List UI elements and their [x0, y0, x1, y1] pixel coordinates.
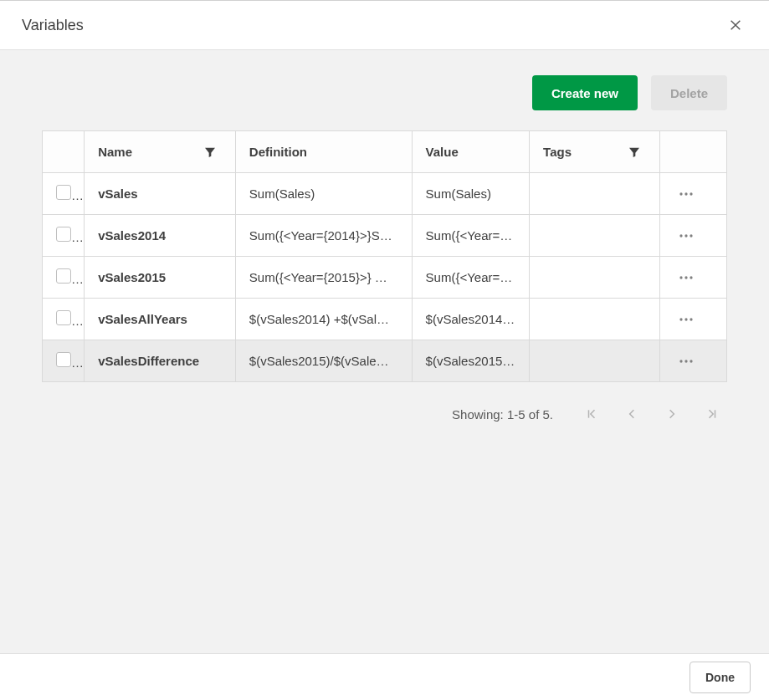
chevron-left-icon	[626, 408, 638, 420]
row-checkbox[interactable]	[56, 185, 71, 200]
variables-modal: Variables Create new Delete Name	[0, 0, 769, 700]
svg-point-7	[690, 234, 692, 237]
row-name: vSalesAllYears	[85, 299, 236, 340]
row-tags	[530, 173, 660, 215]
row-tags	[530, 215, 660, 257]
row-name: vSalesDifference	[85, 340, 236, 382]
svg-point-3	[684, 192, 687, 195]
pager-last-button[interactable]	[702, 404, 722, 424]
more-icon	[679, 233, 694, 238]
pager-showing-text: Showing: 1-5 of 5.	[452, 407, 553, 422]
header-definition[interactable]: Definition	[235, 131, 412, 173]
row-tags	[530, 299, 660, 340]
close-button[interactable]	[724, 13, 747, 37]
modal-header: Variables	[0, 0, 769, 50]
row-actions-cell	[659, 299, 726, 340]
table-row[interactable]: vSalesDifference$(vSales2015)/$(vSale…$(…	[43, 340, 727, 382]
svg-point-10	[690, 276, 692, 278]
header-value[interactable]: Value	[412, 131, 530, 173]
header-name-label: Name	[98, 145, 132, 159]
more-icon	[679, 275, 694, 280]
row-definition: $(vSales2014) +$(vSal…	[235, 299, 412, 340]
row-checkbox-cell	[43, 215, 85, 257]
svg-point-16	[690, 360, 692, 362]
row-checkbox[interactable]	[56, 268, 71, 284]
svg-point-8	[679, 276, 682, 278]
page-last-icon	[706, 408, 718, 420]
row-value: Sum({<Year={…	[412, 257, 530, 299]
row-actions-button[interactable]	[674, 307, 699, 332]
table-header-row: Name Definition Value Tag	[43, 131, 727, 173]
row-checkbox[interactable]	[56, 227, 71, 242]
row-tags	[530, 340, 660, 382]
filter-icon	[628, 146, 641, 159]
row-checkbox-cell	[43, 340, 85, 382]
modal-footer: Done	[0, 653, 769, 700]
done-button[interactable]: Done	[690, 662, 751, 693]
delete-button: Delete	[651, 75, 727, 110]
row-checkbox-cell	[43, 257, 85, 299]
row-value: $(vSales2015…	[412, 340, 530, 382]
variables-table: Name Definition Value Tag	[42, 130, 727, 382]
row-actions-button[interactable]	[674, 181, 699, 207]
row-checkbox-cell	[43, 299, 85, 340]
tags-filter-button[interactable]	[628, 131, 653, 172]
row-definition: Sum({<Year={2015}>} …	[235, 257, 412, 299]
more-icon	[679, 192, 694, 197]
table-row[interactable]: vSalesAllYears$(vSales2014) +$(vSal…$(vS…	[43, 299, 727, 340]
more-icon	[679, 317, 694, 322]
filter-icon	[203, 146, 217, 159]
table-row[interactable]: vSalesSum(Sales)Sum(Sales)	[43, 173, 727, 215]
row-actions-cell	[659, 340, 726, 382]
row-name: vSales2015	[85, 257, 236, 299]
pager-prev-button[interactable]	[622, 404, 642, 424]
header-tags[interactable]: Tags	[530, 131, 660, 173]
table-row[interactable]: vSales2015Sum({<Year={2015}>} …Sum({<Yea…	[43, 257, 727, 299]
header-tags-label: Tags	[543, 145, 572, 159]
svg-point-6	[684, 234, 687, 237]
svg-point-5	[679, 234, 682, 237]
header-definition-label: Definition	[249, 145, 307, 159]
row-name: vSales	[85, 173, 236, 215]
close-icon	[729, 18, 742, 33]
header-actions	[659, 131, 726, 173]
row-actions-cell	[659, 215, 726, 257]
more-icon	[679, 359, 694, 364]
row-checkbox[interactable]	[56, 352, 71, 367]
pager-first-button[interactable]	[582, 404, 602, 424]
row-tags	[530, 257, 660, 299]
modal-title: Variables	[22, 17, 84, 34]
row-value: Sum({<Year={…	[412, 215, 530, 257]
svg-point-12	[684, 318, 687, 320]
svg-point-4	[690, 192, 692, 195]
row-value: Sum(Sales)	[412, 173, 530, 215]
svg-point-13	[690, 318, 692, 320]
header-value-label: Value	[426, 145, 459, 159]
row-checkbox-cell	[43, 173, 85, 215]
create-new-button[interactable]: Create new	[532, 75, 638, 110]
row-definition: Sum({<Year={2014}>}S…	[235, 215, 412, 257]
toolbar: Create new Delete	[42, 75, 727, 110]
pager-next-button[interactable]	[662, 404, 682, 424]
svg-point-9	[684, 276, 687, 278]
chevron-right-icon	[666, 408, 678, 420]
modal-body: Create new Delete Name	[0, 50, 769, 653]
pager: Showing: 1-5 of 5.	[42, 404, 727, 424]
page-first-icon	[586, 408, 597, 420]
row-definition: Sum(Sales)	[235, 173, 412, 215]
svg-point-15	[684, 360, 687, 362]
svg-point-11	[679, 318, 682, 320]
row-definition: $(vSales2015)/$(vSale…	[235, 340, 412, 382]
name-filter-button[interactable]	[203, 131, 228, 172]
row-actions-button[interactable]	[674, 265, 699, 290]
row-actions-cell	[659, 257, 726, 299]
row-value: $(vSales2014…	[412, 299, 530, 340]
header-checkbox-cell	[43, 131, 85, 173]
row-checkbox[interactable]	[56, 310, 71, 325]
header-name[interactable]: Name	[85, 131, 236, 173]
row-actions-button[interactable]	[674, 349, 699, 374]
row-actions-button[interactable]	[674, 223, 699, 248]
row-actions-cell	[659, 173, 726, 215]
table-row[interactable]: vSales2014Sum({<Year={2014}>}S…Sum({<Yea…	[43, 215, 727, 257]
row-name: vSales2014	[85, 215, 236, 257]
